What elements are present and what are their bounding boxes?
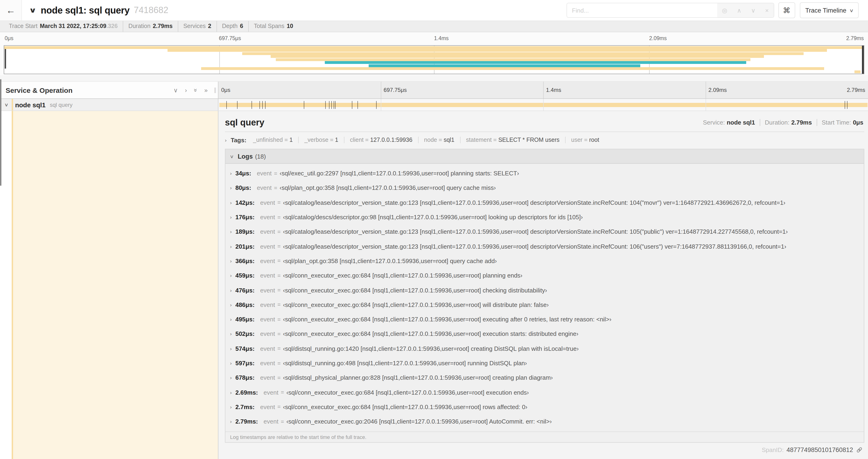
log-row[interactable]: ›189μs:event=‹sql/catalog/lease/descript… bbox=[225, 224, 864, 239]
log-row[interactable]: ›2.69ms:event=‹sql/conn_executor_exec.go… bbox=[225, 385, 864, 400]
back-button[interactable]: ← bbox=[0, 0, 22, 21]
log-timestamp: 486μs: bbox=[236, 301, 254, 308]
log-equals: = bbox=[277, 199, 281, 206]
next-match-icon[interactable]: ∨ bbox=[751, 7, 755, 14]
ruler-tick-label: 2.79ms bbox=[847, 87, 865, 93]
summary-value: 10 bbox=[287, 23, 293, 29]
log-equals: = bbox=[277, 331, 281, 337]
log-row[interactable]: ›366μs:event=‹sql/plan_opt.go:358 [nsql1… bbox=[225, 254, 864, 268]
chevron-right-icon: › bbox=[230, 288, 232, 293]
span-detail-panel: sql query Service:node sql1Duration:2.79… bbox=[218, 111, 868, 459]
tags-accordian[interactable]: › Tags: _unfinished = 1_verbose = 1clien… bbox=[225, 132, 864, 148]
find-box: ◎ ∧ ∨ × bbox=[566, 3, 774, 18]
collapse-trace-icon[interactable]: ∨ bbox=[29, 6, 37, 14]
scroll-to-match-icon[interactable]: ◎ bbox=[722, 7, 727, 14]
span-timeline-track[interactable] bbox=[218, 99, 868, 110]
expand-one-icon[interactable]: › bbox=[185, 87, 187, 94]
column-resizer-grip[interactable]: ∥ bbox=[214, 87, 217, 93]
summary-label: Duration bbox=[128, 23, 151, 29]
log-row[interactable]: ›678μs:event=‹sql/distsql_physical_plann… bbox=[225, 370, 864, 385]
chevron-right-icon: › bbox=[230, 346, 232, 351]
log-field-name: event bbox=[257, 170, 272, 177]
summary-item: Trace StartMarch 31 2022, 17:25:09.326 bbox=[4, 21, 123, 32]
back-arrow-icon: ← bbox=[6, 5, 16, 15]
tag-equals: = bbox=[492, 137, 498, 143]
log-row[interactable]: ›176μs:event=‹sql/catalog/descs/descript… bbox=[225, 210, 864, 225]
minimap-left-scrubber[interactable] bbox=[5, 48, 6, 69]
chevron-right-icon: › bbox=[230, 302, 232, 307]
log-row[interactable]: ›597μs:event=‹sql/distsql_running.go:498… bbox=[225, 356, 864, 371]
summary-value: 2.79ms bbox=[153, 23, 173, 29]
span-detail-header: sql query Service:node sql1Duration:2.79… bbox=[225, 113, 864, 132]
page-title: node sql1: sql query bbox=[40, 5, 129, 15]
timeline-gridline bbox=[381, 99, 381, 110]
minimap-tick-label: 0μs bbox=[5, 35, 13, 41]
log-value: ‹sql/exec_util.go:2297 [nsql1,client=127… bbox=[280, 170, 864, 177]
log-row[interactable]: ›476μs:event=‹sql/conn_executor_exec.go:… bbox=[225, 283, 864, 298]
span-row[interactable]: ∨ node sql1 sql query bbox=[0, 99, 868, 111]
log-row[interactable]: ›495μs:event=‹sql/conn_executor_exec.go:… bbox=[225, 312, 864, 327]
prev-match-icon[interactable]: ∧ bbox=[737, 7, 741, 14]
clear-find-icon[interactable]: × bbox=[765, 7, 769, 14]
ruler-tick-label: 697.75μs bbox=[383, 87, 407, 93]
summary-item: Duration2.79ms bbox=[123, 21, 178, 32]
tag-equals: = bbox=[582, 137, 589, 143]
minimap-canvas[interactable] bbox=[4, 45, 864, 74]
minimap-span-bar bbox=[854, 70, 860, 73]
log-marker-tick bbox=[237, 101, 238, 109]
summary-value-suffix: .326 bbox=[106, 23, 118, 29]
tag-equals: = bbox=[364, 137, 370, 143]
logs-header[interactable]: ∨ Logs (18) bbox=[225, 149, 864, 164]
log-timestamp: 34μs: bbox=[236, 170, 251, 177]
log-value: ‹sql/distsql_running.go:1420 [nsql1,clie… bbox=[283, 345, 864, 352]
log-row[interactable]: ›459μs:event=‹sql/conn_executor_exec.go:… bbox=[225, 268, 864, 283]
tag-value: SELECT * FROM users bbox=[498, 137, 560, 143]
tag-item[interactable]: statement = SELECT * FROM users bbox=[460, 137, 565, 143]
log-row[interactable]: ›2.7ms:event=‹sql/conn_executor_exec.go:… bbox=[225, 400, 864, 415]
chevron-right-icon: › bbox=[225, 137, 226, 142]
tag-item[interactable]: node = sql1 bbox=[418, 137, 460, 143]
log-field-name: event bbox=[260, 258, 275, 264]
log-marker-tick bbox=[251, 101, 252, 109]
logs-title: Logs bbox=[238, 153, 253, 160]
span-row-name-column[interactable]: ∨ node sql1 sql query bbox=[0, 99, 218, 110]
log-row[interactable]: ›142μs:event=‹sql/catalog/lease/descript… bbox=[225, 195, 864, 210]
trace-timeline-page: ← ∨ node sql1: sql query 7418682 ◎ ∧ ∨ ×… bbox=[0, 0, 868, 459]
tag-item[interactable]: _verbose = 1 bbox=[299, 137, 344, 143]
log-value: ‹sql/conn_executor_exec.go:684 [nsql1,cl… bbox=[283, 403, 864, 411]
log-equals: = bbox=[277, 316, 281, 323]
trace-minimap: 0μs697.75μs1.4ms2.09ms2.79ms bbox=[0, 32, 868, 75]
tag-item[interactable]: _unfinished = 1 bbox=[247, 137, 299, 143]
log-row[interactable]: ›80μs:event=‹sql/plan_opt.go:358 [nsql1,… bbox=[225, 181, 864, 195]
find-input[interactable] bbox=[567, 3, 717, 17]
minimap-span-bar bbox=[242, 52, 804, 55]
span-collapse-icon[interactable]: ∨ bbox=[4, 102, 8, 107]
collapse-one-icon[interactable]: ∨ bbox=[174, 87, 178, 94]
log-row[interactable]: ›201μs:event=‹sql/catalog/lease/descript… bbox=[225, 239, 864, 254]
minimap-right-scrubber[interactable] bbox=[862, 46, 864, 74]
tag-key: client bbox=[350, 137, 364, 143]
tags-label: Tags: bbox=[231, 136, 246, 143]
log-row[interactable]: ›486μs:event=‹sql/conn_executor_exec.go:… bbox=[225, 297, 864, 312]
timeline-scrollbar-thumb[interactable] bbox=[0, 79, 1, 186]
keyboard-shortcuts-button[interactable]: ⌘ bbox=[778, 2, 795, 18]
log-row[interactable]: ›574μs:event=‹sql/distsql_running.go:142… bbox=[225, 341, 864, 356]
log-row[interactable]: ›2.79ms:event=‹sql/conn_executor_exec.go… bbox=[225, 414, 864, 429]
summary-label: Trace Start bbox=[9, 23, 37, 29]
log-value: ‹sql/conn_executor_exec.go:684 [nsql1,cl… bbox=[283, 301, 864, 308]
log-equals: = bbox=[277, 404, 281, 410]
view-selector-dropdown[interactable]: Trace Timeline ∨ bbox=[800, 2, 859, 18]
log-value: ‹sql/plan_opt.go:358 [nsql1,client=127.0… bbox=[283, 258, 864, 264]
collapse-all-icon[interactable]: » bbox=[192, 88, 199, 92]
chevron-right-icon: › bbox=[230, 404, 232, 409]
tag-item[interactable]: user = root bbox=[566, 137, 605, 143]
deep-link-icon[interactable] bbox=[856, 447, 863, 453]
log-value: ‹sql/distsql_physical_planner.go:828 [ns… bbox=[283, 374, 864, 381]
timeline-gridline bbox=[706, 99, 706, 110]
log-field-name: event bbox=[260, 374, 275, 381]
tag-list: _unfinished = 1_verbose = 1client = 127.… bbox=[247, 137, 605, 143]
tag-item[interactable]: client = 127.0.0.1:59936 bbox=[344, 137, 418, 143]
expand-all-icon[interactable]: » bbox=[205, 87, 208, 94]
log-row[interactable]: ›34μs:event=‹sql/exec_util.go:2297 [nsql… bbox=[225, 166, 864, 181]
log-row[interactable]: ›502μs:event=‹sql/conn_executor_exec.go:… bbox=[225, 327, 864, 341]
